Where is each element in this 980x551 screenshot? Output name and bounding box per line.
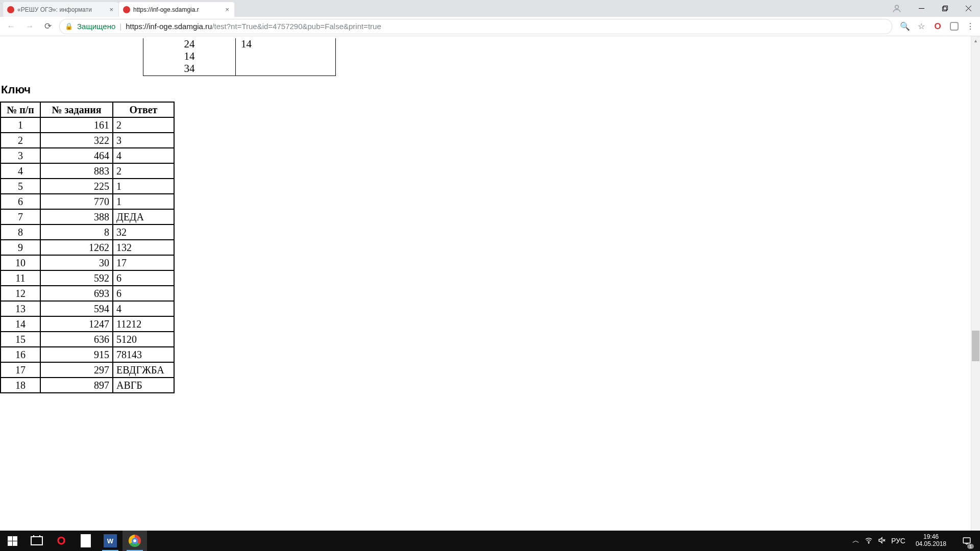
table-row: 17297ЕВДГЖБА bbox=[1, 362, 174, 378]
wifi-icon[interactable] bbox=[865, 536, 873, 546]
action-center-button[interactable]: 1 bbox=[957, 531, 977, 551]
favicon-icon bbox=[123, 6, 130, 13]
svg-rect-3 bbox=[943, 6, 947, 10]
col-header-index: № п/п bbox=[1, 102, 40, 117]
page-viewport: 24 14 34 14 Ключ № п/п № задания Ответ 1… bbox=[0, 36, 980, 531]
bookmark-star-icon[interactable]: ☆ bbox=[916, 21, 927, 32]
minimize-button[interactable] bbox=[910, 0, 933, 17]
browser-tab-0[interactable]: «РЕШУ ОГЭ»: информати × bbox=[3, 2, 118, 17]
cell-task-id: 897 bbox=[40, 378, 113, 393]
cell-answer: АВГБ bbox=[113, 378, 174, 393]
cell-index: 2 bbox=[1, 133, 40, 148]
cell-task-id: 915 bbox=[40, 347, 113, 362]
taskbar-app-opera[interactable]: O bbox=[49, 531, 74, 551]
browser-tab-1[interactable]: https://inf-oge.sdamgia.r × bbox=[119, 2, 234, 17]
cell-answer: ЕВДГЖБА bbox=[113, 362, 174, 378]
svg-rect-6 bbox=[950, 22, 958, 30]
table-row: 115926 bbox=[1, 270, 174, 286]
close-icon[interactable]: × bbox=[224, 6, 230, 13]
taskbar-right: ︿ РУС 19:46 04.05.2018 1 bbox=[852, 531, 980, 551]
profile-icon[interactable] bbox=[888, 4, 905, 14]
cell-answer: 4 bbox=[113, 301, 174, 316]
svg-point-0 bbox=[895, 5, 899, 9]
close-window-button[interactable] bbox=[957, 0, 980, 17]
tray-chevron-up-icon[interactable]: ︿ bbox=[852, 536, 860, 545]
fragment-right-cell: 14 bbox=[236, 37, 336, 76]
favicon-icon bbox=[7, 6, 14, 13]
table-row: 7388ДЕДА bbox=[1, 209, 174, 224]
system-tray[interactable]: ︿ РУС bbox=[852, 536, 905, 546]
tab-title: «РЕШУ ОГЭ»: информати bbox=[17, 6, 105, 13]
cell-answer: ДЕДА bbox=[113, 209, 174, 224]
cell-task-id: 592 bbox=[40, 270, 113, 286]
zoom-icon[interactable]: 🔍 bbox=[899, 21, 911, 32]
scrollbar-up-button[interactable]: ▴ bbox=[971, 36, 980, 45]
cell-answer: 4 bbox=[113, 148, 174, 163]
cell-answer: 6 bbox=[113, 270, 174, 286]
section-title-key: Ключ bbox=[1, 83, 31, 96]
scrollbar-thumb[interactable] bbox=[972, 331, 979, 361]
close-icon[interactable]: × bbox=[108, 6, 114, 13]
cell-task-id: 30 bbox=[40, 255, 113, 270]
address-bar[interactable]: 🔒 Защищено | https://inf-oge.sdamgia.ru/… bbox=[59, 19, 892, 34]
cell-task-id: 636 bbox=[40, 332, 113, 347]
table-row: 11612 bbox=[1, 117, 174, 133]
task-view-button[interactable] bbox=[24, 531, 49, 551]
start-button[interactable] bbox=[0, 531, 24, 551]
col-header-answer: Ответ bbox=[113, 102, 174, 117]
tab-title: https://inf-oge.sdamgia.r bbox=[133, 6, 221, 13]
cell-index: 14 bbox=[1, 316, 40, 332]
cell-index: 8 bbox=[1, 224, 40, 240]
cell-answer: 6 bbox=[113, 286, 174, 301]
cell-index: 5 bbox=[1, 179, 40, 194]
fragment-table: 24 14 34 14 bbox=[143, 36, 336, 76]
input-language[interactable]: РУС bbox=[891, 537, 905, 545]
cell-index: 3 bbox=[1, 148, 40, 163]
cell-answer: 2 bbox=[113, 117, 174, 133]
cell-task-id: 161 bbox=[40, 117, 113, 133]
col-header-task: № задания bbox=[40, 102, 113, 117]
taskbar-app-notepad[interactable] bbox=[74, 531, 98, 551]
cell-index: 4 bbox=[1, 163, 40, 179]
taskbar-clock[interactable]: 19:46 04.05.2018 bbox=[912, 534, 950, 548]
cell-task-id: 883 bbox=[40, 163, 113, 179]
cell-index: 18 bbox=[1, 378, 40, 393]
menu-icon[interactable]: ⋮ bbox=[965, 21, 976, 32]
cell-task-id: 464 bbox=[40, 148, 113, 163]
page-content: 24 14 34 14 Ключ № п/п № задания Ответ 1… bbox=[0, 36, 980, 531]
cell-answer: 2 bbox=[113, 163, 174, 179]
reload-button[interactable]: ⟳ bbox=[41, 19, 55, 34]
cell-index: 16 bbox=[1, 347, 40, 362]
table-row: 156365120 bbox=[1, 332, 174, 347]
table-row: 126936 bbox=[1, 286, 174, 301]
cell-index: 12 bbox=[1, 286, 40, 301]
cell-answer: 132 bbox=[113, 240, 174, 255]
table-row: 8832 bbox=[1, 224, 174, 240]
scrollbar-track[interactable] bbox=[971, 45, 980, 531]
volume-muted-icon[interactable] bbox=[878, 536, 886, 546]
browser-chrome: «РЕШУ ОГЭ»: информати × https://inf-oge.… bbox=[0, 0, 980, 36]
cell-task-id: 8 bbox=[40, 224, 113, 240]
cell-index: 9 bbox=[1, 240, 40, 255]
taskbar-app-chrome[interactable] bbox=[122, 531, 147, 551]
cell-index: 6 bbox=[1, 194, 40, 209]
taskbar-left: O W bbox=[0, 531, 147, 551]
table-row: 52251 bbox=[1, 179, 174, 194]
back-button[interactable]: ← bbox=[4, 19, 18, 34]
table-row: 91262132 bbox=[1, 240, 174, 255]
extension-icon[interactable] bbox=[948, 21, 960, 32]
forward-button[interactable]: → bbox=[22, 19, 37, 34]
cell-task-id: 388 bbox=[40, 209, 113, 224]
windows-taskbar: O W ︿ РУС 19:46 04.05.2018 1 bbox=[0, 531, 980, 551]
window-controls bbox=[888, 0, 980, 17]
maximize-button[interactable] bbox=[933, 0, 957, 17]
cell-task-id: 1247 bbox=[40, 316, 113, 332]
svg-rect-2 bbox=[942, 7, 946, 11]
table-row: 1691578143 bbox=[1, 347, 174, 362]
extension-opera-icon[interactable]: O bbox=[932, 21, 943, 32]
cell-answer: 32 bbox=[113, 224, 174, 240]
cell-answer: 5120 bbox=[113, 332, 174, 347]
table-row: 34644 bbox=[1, 148, 174, 163]
cell-task-id: 322 bbox=[40, 133, 113, 148]
taskbar-app-word[interactable]: W bbox=[98, 531, 122, 551]
